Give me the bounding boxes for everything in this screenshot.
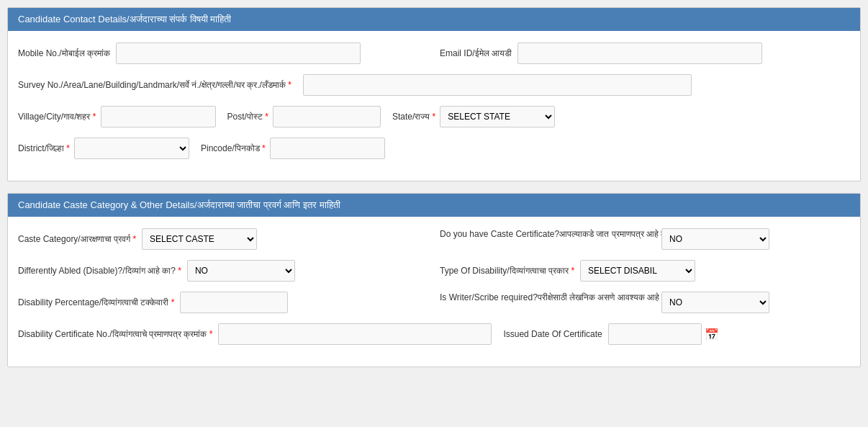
issued-date-input[interactable] <box>608 323 702 345</box>
caste-row-2: Differently Abled (Disable)?/दिव्यांग आह… <box>18 260 850 282</box>
caste-select[interactable]: SELECT CASTE <box>142 228 257 250</box>
post-input[interactable] <box>273 106 381 127</box>
writer-select[interactable]: NO <box>661 292 769 313</box>
mobile-input[interactable] <box>116 42 361 64</box>
district-group: District/जिल्हा * <box>18 138 189 159</box>
disability-group: Differently Abled (Disable)?/दिव्यांग आह… <box>18 260 428 282</box>
caste-cert-group: Do you have Caste Certificate?आपल्याकडे … <box>440 228 850 250</box>
cert-no-group: Disability Certificate No./दिव्यांगत्वाच… <box>18 323 492 345</box>
disability-label: Differently Abled (Disable)?/दिव्यांग आह… <box>18 266 181 276</box>
contact-row-1: Mobile No./मोबाईल क्रमांक Email ID/ईमेल … <box>18 42 850 64</box>
cert-no-input[interactable] <box>218 323 492 345</box>
issued-date-label: Issued Date Of Certificate <box>503 329 602 339</box>
contact-section-header: Candidate Contact Details/अर्जदाराच्या स… <box>8 8 860 31</box>
email-label: Email ID/ईमेल आयडी <box>440 48 512 58</box>
caste-row-4: Disability Certificate No./दिव्यांगत्वाच… <box>18 323 850 345</box>
caste-header-text: Candidate Caste Category & Other Details… <box>18 199 340 210</box>
state-select[interactable]: SELECT STATE <box>440 106 555 127</box>
pincode-label: Pincode/पिनकोड * <box>201 143 266 153</box>
survey-label: Survey No./Area/Lane/Building/Landmark/स… <box>18 80 291 90</box>
email-group: Email ID/ईमेल आयडी <box>440 42 850 64</box>
email-input[interactable] <box>517 42 762 64</box>
caste-row-1: Caste Category/आरक्षणाचा प्रवर्ग * SELEC… <box>18 228 850 250</box>
caste-section-header: Candidate Caste Category & Other Details… <box>8 194 860 217</box>
cert-no-label: Disability Certificate No./दिव्यांगत्वाच… <box>18 329 212 339</box>
caste-cert-select[interactable]: NO <box>661 228 769 250</box>
disability-pct-input[interactable] <box>180 292 288 313</box>
contact-header-text: Candidate Contact Details/अर्जदाराच्या स… <box>18 14 231 24</box>
post-label: Post/पोस्ट * <box>227 112 268 122</box>
district-select[interactable] <box>74 138 189 159</box>
calendar-icon[interactable]: 📅 <box>705 328 719 341</box>
post-group: Post/पोस्ट * <box>227 106 381 127</box>
disability-pct-group: Disability Percentage/दिव्यांगत्वाची टक्… <box>18 292 428 313</box>
caste-category-group: Caste Category/आरक्षणाचा प्रवर्ग * SELEC… <box>18 228 428 250</box>
date-wrapper: 📅 <box>608 323 719 345</box>
district-label: District/जिल्हा * <box>18 143 70 153</box>
state-group: State/राज्य * SELECT STATE <box>392 106 555 127</box>
contact-row-2: Survey No./Area/Lane/Building/Landmark/स… <box>18 74 850 96</box>
pincode-group: Pincode/पिनकोड * <box>201 138 385 159</box>
disability-pct-label: Disability Percentage/दिव्यांगत्वाची टक्… <box>18 297 174 307</box>
contact-section: Candidate Contact Details/अर्जदाराच्या स… <box>7 7 861 181</box>
disability-type-label: Type Of Disability/दिव्यांगत्वाचा प्रकार… <box>440 266 574 276</box>
disability-type-group: Type Of Disability/दिव्यांगत्वाचा प्रकार… <box>440 260 850 282</box>
mobile-label: Mobile No./मोबाईल क्रमांक <box>18 48 110 58</box>
caste-cert-label: Do you have Caste Certificate?आपल्याकडे … <box>440 228 656 241</box>
state-label: State/राज्य * <box>392 112 435 122</box>
disability-select[interactable]: NO <box>187 260 295 282</box>
writer-group: Is Writer/Scribe required?परीक्षेसाठी ले… <box>440 292 850 313</box>
contact-row-3: Village/City/गाव/शहर * Post/पोस्ट * Stat… <box>18 106 850 127</box>
village-input[interactable] <box>101 106 216 127</box>
pincode-input[interactable] <box>270 138 385 159</box>
caste-row-3: Disability Percentage/दिव्यांगत्वाची टक्… <box>18 292 850 313</box>
contact-row-4: District/जिल्हा * Pincode/पिनकोड * <box>18 138 850 159</box>
issued-date-group: Issued Date Of Certificate 📅 <box>503 323 850 345</box>
village-group: Village/City/गाव/शहर * <box>18 106 216 127</box>
survey-input[interactable] <box>303 74 692 96</box>
writer-label: Is Writer/Scribe required?परीक्षेसाठी ले… <box>440 292 656 304</box>
mobile-group: Mobile No./मोबाईल क्रमांक <box>18 42 428 64</box>
disability-type-select[interactable]: SELECT DISABIL <box>580 260 695 282</box>
caste-category-label: Caste Category/आरक्षणाचा प्रवर्ग * <box>18 234 136 244</box>
caste-section: Candidate Caste Category & Other Details… <box>7 193 861 367</box>
village-label: Village/City/गाव/शहर * <box>18 112 96 122</box>
